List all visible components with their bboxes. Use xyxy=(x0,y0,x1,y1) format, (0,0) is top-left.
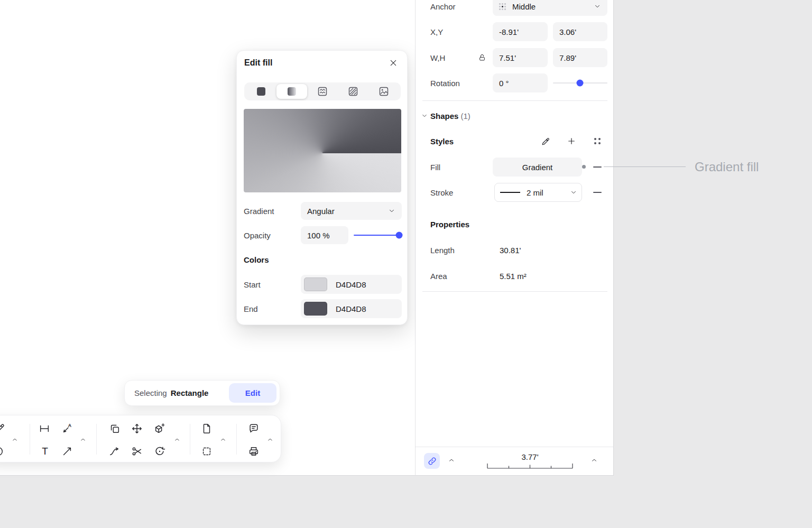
scale-value[interactable]: 3.77' xyxy=(487,452,573,461)
area-value: 5.51 m² xyxy=(500,272,527,281)
bottom-toolbar: T A xyxy=(0,415,281,462)
start-color-hex: D4D4D8 xyxy=(336,280,366,289)
gradient-fill-icon xyxy=(288,87,296,96)
edit-button[interactable]: Edit xyxy=(229,383,276,403)
pattern-wave-icon xyxy=(318,87,327,96)
fill-type-solid-tab[interactable] xyxy=(246,84,276,99)
area-label: Area xyxy=(430,272,447,281)
opacity-slider-track[interactable] xyxy=(354,235,401,236)
shapes-count: (1) xyxy=(461,112,470,121)
text-tool-icon[interactable]: T xyxy=(38,444,52,458)
wh-label: W,H xyxy=(430,53,445,62)
gradient-type-select[interactable]: Angular xyxy=(301,202,402,220)
styles-heading: Styles xyxy=(430,137,454,146)
chevron-down-icon[interactable] xyxy=(570,189,577,196)
remove-stroke-button[interactable] xyxy=(593,192,602,193)
canvas[interactable]: Edit fill xyxy=(0,0,416,476)
edit-fill-dialog: Edit fill xyxy=(236,50,408,325)
length-value: 30.81' xyxy=(500,246,521,255)
start-color-swatch[interactable] xyxy=(304,277,327,291)
toolbar-divider xyxy=(236,424,237,455)
chevron-up-icon[interactable] xyxy=(12,437,19,443)
colors-heading: Colors xyxy=(244,255,269,264)
anchor-select[interactable]: Middle xyxy=(493,0,607,16)
anchor-label: Anchor xyxy=(430,2,456,11)
chevron-up-icon[interactable] xyxy=(267,437,274,443)
svg-text:A: A xyxy=(68,423,72,428)
xy-label: X,Y xyxy=(430,27,443,36)
solid-fill-icon xyxy=(257,87,265,96)
comment-tool-icon[interactable] xyxy=(247,422,261,436)
start-color-field[interactable]: D4D4D8 xyxy=(301,275,402,294)
chevron-up-icon[interactable] xyxy=(590,457,598,464)
rotate-tool-icon[interactable] xyxy=(153,444,167,458)
end-color-field[interactable]: D4D4D8 xyxy=(301,299,402,318)
style-library-icon[interactable] xyxy=(594,138,601,144)
image-fill-icon xyxy=(379,87,389,96)
close-icon[interactable] xyxy=(389,59,398,67)
start-color-label: Start xyxy=(244,280,261,289)
eyedropper-icon[interactable] xyxy=(541,136,551,146)
selection-region-icon[interactable] xyxy=(200,444,214,458)
opacity-label: Opacity xyxy=(244,231,271,240)
arrow-tool-icon[interactable] xyxy=(60,444,74,458)
chevron-down-icon[interactable] xyxy=(421,113,428,119)
gradient-preview[interactable] xyxy=(244,109,401,192)
section-divider xyxy=(422,291,607,292)
chevron-up-icon[interactable] xyxy=(174,437,181,443)
opacity-slider-knob[interactable] xyxy=(396,232,403,239)
ellipse-tool-icon[interactable] xyxy=(0,444,5,458)
rotation-slider-knob[interactable] xyxy=(577,80,584,87)
chevron-down-icon xyxy=(388,207,395,215)
chevron-up-icon[interactable] xyxy=(448,457,455,464)
x-value: -8.91' xyxy=(499,27,519,36)
print-tool-icon[interactable] xyxy=(247,444,261,458)
fill-type-image-tab[interactable] xyxy=(368,84,399,99)
rotation-input[interactable]: 0 ° xyxy=(493,73,548,92)
scissors-tool-icon[interactable] xyxy=(130,444,144,458)
y-input[interactable]: 3.06' xyxy=(553,22,607,41)
end-color-hex: D4D4D8 xyxy=(336,304,366,313)
y-value: 3.06' xyxy=(559,27,576,36)
spline-tool-icon[interactable] xyxy=(108,444,122,458)
toolbar-divider xyxy=(30,424,30,455)
fill-type-pattern-wave-tab[interactable] xyxy=(307,84,338,99)
stroke-width-value: 2 mil xyxy=(527,188,543,197)
label-tool-icon[interactable]: A xyxy=(60,422,74,436)
opacity-value: 100 % xyxy=(307,231,330,240)
fill-type-pattern-hatch-tab[interactable] xyxy=(338,84,368,99)
scale-ruler xyxy=(487,463,573,469)
add-style-icon[interactable] xyxy=(567,136,576,146)
measure-tool-icon[interactable] xyxy=(38,422,51,436)
move-tool-icon[interactable] xyxy=(130,422,144,436)
remove-fill-button[interactable] xyxy=(593,166,602,168)
copy-tool-icon[interactable] xyxy=(108,422,122,436)
height-input[interactable]: 7.89' xyxy=(553,48,607,67)
lock-icon[interactable] xyxy=(478,54,486,62)
chevron-up-icon[interactable] xyxy=(220,437,227,443)
fill-value-button[interactable]: Gradient xyxy=(493,158,582,177)
x-input[interactable]: -8.91' xyxy=(493,22,548,41)
selection-name: Rectangle xyxy=(171,388,209,397)
toolbar-divider xyxy=(190,424,190,455)
page-tool-icon[interactable] xyxy=(200,422,214,436)
height-value: 7.89' xyxy=(559,53,576,62)
fill-type-gradient-tab[interactable] xyxy=(276,84,307,99)
link-icon xyxy=(428,457,437,466)
end-color-label: End xyxy=(244,304,258,313)
link-scale-button[interactable] xyxy=(424,453,440,469)
length-label: Length xyxy=(430,246,455,255)
chevron-down-icon xyxy=(594,3,601,10)
fill-label: Fill xyxy=(430,163,440,172)
end-color-swatch[interactable] xyxy=(304,302,327,316)
width-input[interactable]: 7.51' xyxy=(493,48,548,67)
extrude-tool-icon[interactable] xyxy=(153,422,167,436)
footer-divider xyxy=(416,447,613,447)
shapes-heading: Shapes (1) xyxy=(430,112,470,121)
pen-tool-icon[interactable] xyxy=(0,422,6,436)
opacity-input[interactable]: 100 % xyxy=(301,226,348,244)
stroke-style-select[interactable]: 2 mil xyxy=(494,183,582,202)
pattern-hatch-icon xyxy=(348,87,358,96)
stroke-label: Stroke xyxy=(430,188,453,197)
chevron-up-icon[interactable] xyxy=(80,437,87,443)
